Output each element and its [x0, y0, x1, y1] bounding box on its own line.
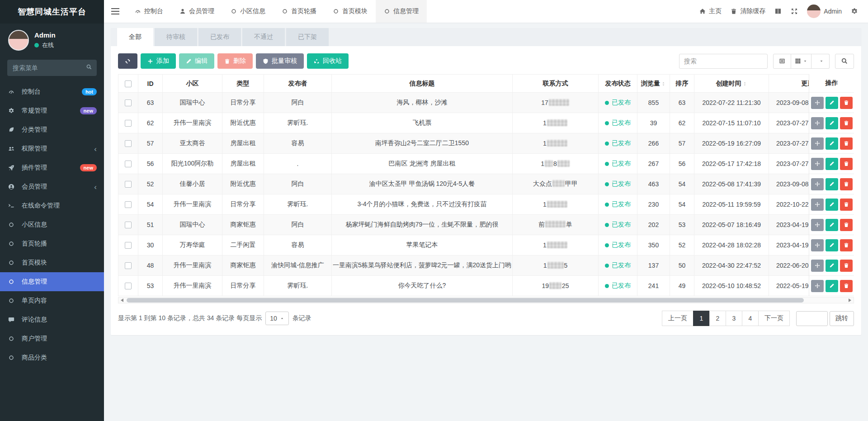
page-button-3[interactable]: 3 [726, 311, 742, 326]
move-row-button[interactable] [811, 97, 824, 109]
col-header-创建时间[interactable]: 创建时间 [694, 75, 769, 93]
hamburger-icon[interactable] [104, 0, 127, 23]
menu-search-input[interactable] [7, 60, 97, 76]
fullscreen-button[interactable] [791, 8, 798, 15]
refresh-button[interactable] [118, 53, 137, 69]
row-checkbox[interactable] [125, 181, 132, 188]
topbar-tab-信息管理[interactable]: 信息管理 [376, 0, 427, 23]
scroll-right-arrow-icon[interactable] [846, 298, 854, 303]
row-checkbox[interactable] [125, 99, 132, 106]
page-button-2[interactable]: 2 [709, 311, 726, 326]
row-checkbox[interactable] [125, 262, 132, 269]
search-submit-button[interactable] [835, 54, 854, 69]
row-checkbox[interactable] [125, 161, 132, 167]
delete-row-button[interactable] [840, 158, 853, 170]
next-page-button[interactable]: 下一页 [758, 311, 790, 326]
user-avatar[interactable] [8, 30, 29, 51]
sidebar-item-常规管理[interactable]: 常规管理new [0, 101, 104, 120]
topbar-tab-会员管理[interactable]: 会员管理 [171, 0, 222, 23]
filter-tab-待审核[interactable]: 待审核 [155, 28, 197, 46]
row-checkbox[interactable] [125, 201, 132, 208]
topbar-tab-首页模块[interactable]: 首页模块 [325, 0, 376, 23]
row-checkbox[interactable] [125, 222, 132, 228]
sidebar-item-小区信息[interactable]: 小区信息 [0, 215, 104, 234]
user-menu[interactable]: Admin [807, 5, 842, 18]
scrollbar-thumb[interactable] [127, 298, 804, 303]
sidebar-item-商户管理[interactable]: 商户管理 [0, 329, 104, 348]
delete-row-button[interactable] [840, 178, 853, 190]
row-checkbox[interactable] [125, 283, 132, 289]
filter-tab-已发布[interactable]: 已发布 [198, 28, 241, 46]
move-row-button[interactable] [811, 199, 824, 211]
scroll-left-arrow-icon[interactable] [118, 298, 126, 303]
sidebar-item-插件管理[interactable]: 插件管理new [0, 158, 104, 177]
select-all-checkbox[interactable] [125, 80, 132, 87]
delete-row-button[interactable] [840, 137, 853, 150]
language-button[interactable] [774, 8, 782, 15]
page-size-dropdown[interactable]: 10 [265, 312, 289, 325]
sidebar-item-首页轮播[interactable]: 首页轮播 [0, 234, 104, 253]
filter-tab-不通过[interactable]: 不通过 [242, 28, 285, 46]
sidebar-item-首页模块[interactable]: 首页模块 [0, 253, 104, 272]
sidebar-item-在线命令管理[interactable]: 在线命令管理 [0, 196, 104, 215]
recycle-bin-button[interactable]: 回收站 [307, 53, 349, 69]
table-search-input[interactable] [679, 54, 768, 69]
jump-page-input[interactable] [796, 311, 828, 326]
horizontal-scrollbar[interactable] [118, 297, 854, 303]
topbar-tab-首页轮播[interactable]: 首页轮播 [274, 0, 325, 23]
export-button[interactable] [811, 54, 830, 69]
delete-row-button[interactable] [840, 199, 853, 211]
edit-row-button[interactable] [826, 260, 838, 272]
delete-row-button[interactable] [840, 260, 853, 272]
edit-row-button[interactable] [826, 137, 838, 150]
edit-row-button[interactable] [826, 219, 838, 231]
delete-row-button[interactable] [840, 280, 853, 292]
prev-page-button[interactable]: 上一页 [662, 311, 693, 326]
filter-tab-已下架[interactable]: 已下架 [286, 28, 329, 46]
move-row-button[interactable] [811, 219, 824, 231]
edit-row-button[interactable] [826, 199, 838, 211]
row-checkbox[interactable] [125, 120, 132, 127]
edit-button[interactable]: 编辑 [179, 53, 214, 69]
settings-button[interactable] [851, 8, 858, 15]
jump-button[interactable]: 跳转 [830, 311, 854, 326]
delete-row-button[interactable] [840, 219, 853, 231]
move-row-button[interactable] [811, 260, 824, 272]
delete-button[interactable]: 删除 [217, 53, 253, 69]
move-row-button[interactable] [811, 239, 824, 251]
edit-row-button[interactable] [826, 280, 838, 292]
col-header-checkbox[interactable] [118, 75, 138, 93]
delete-row-button[interactable] [840, 117, 853, 129]
edit-row-button[interactable] [826, 178, 838, 190]
row-checkbox[interactable] [125, 140, 132, 147]
move-row-button[interactable] [811, 280, 824, 292]
sidebar-item-控制台[interactable]: 控制台hot [0, 82, 104, 101]
filter-tab-全部[interactable]: 全部 [117, 28, 153, 46]
detail-view-button[interactable] [773, 54, 791, 69]
edit-row-button[interactable] [826, 158, 838, 170]
edit-row-button[interactable] [826, 97, 838, 109]
add-button[interactable]: 添加 [141, 53, 176, 69]
batch-audit-button[interactable]: 批量审核 [256, 53, 304, 69]
sidebar-item-评论信息[interactable]: 评论信息 [0, 310, 104, 329]
sidebar-item-单页内容[interactable]: 单页内容 [0, 291, 104, 310]
page-button-1[interactable]: 1 [693, 311, 710, 326]
sidebar-item-商品分类[interactable]: 商品分类 [0, 348, 104, 367]
sidebar-item-分类管理[interactable]: 分类管理 [0, 120, 104, 139]
col-header-浏览量[interactable]: 浏览量 [637, 75, 670, 93]
page-button-4[interactable]: 4 [742, 311, 759, 326]
sidebar-item-权限管理[interactable]: 权限管理‹ [0, 139, 104, 158]
move-row-button[interactable] [811, 137, 824, 150]
move-row-button[interactable] [811, 158, 824, 170]
topbar-tab-小区信息[interactable]: 小区信息 [222, 0, 274, 23]
topbar-tab-控制台[interactable]: 控制台 [127, 0, 171, 23]
columns-button[interactable] [791, 54, 811, 69]
edit-row-button[interactable] [826, 117, 838, 129]
delete-row-button[interactable] [840, 239, 853, 251]
sidebar-item-信息管理[interactable]: 信息管理 [0, 272, 104, 291]
home-link[interactable]: 主页 [699, 7, 722, 15]
row-checkbox[interactable] [125, 242, 132, 249]
scrollbar-track[interactable] [126, 298, 846, 303]
move-row-button[interactable] [811, 178, 824, 190]
edit-row-button[interactable] [826, 239, 838, 251]
